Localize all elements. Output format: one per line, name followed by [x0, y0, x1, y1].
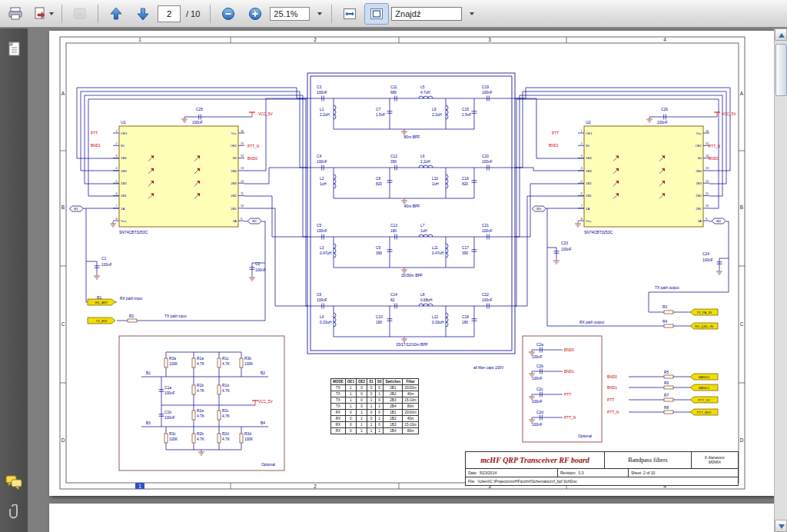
document-area[interactable]: 11223344AABBCCDDU1SN74CBT3253COE11S121B4…: [28, 28, 775, 532]
schematic-text: U1: [121, 120, 126, 125]
schematic-text: BND0: [607, 375, 617, 379]
page-down-button[interactable]: [131, 3, 155, 25]
schematic-text: VCC_5V: [722, 112, 736, 116]
schematic-text: 5: [580, 180, 582, 183]
schematic-text: VCC_5V: [258, 400, 273, 404]
schematic-text: L1: [320, 108, 324, 111]
schematic-shape: [244, 168, 307, 184]
schematic-text: BAND1: [699, 386, 710, 390]
schematic-text: PTT_N: [709, 145, 721, 148]
schematic-text: 6: [580, 192, 582, 195]
zoom-in-button[interactable]: [243, 3, 267, 25]
zoom-level-caret-button[interactable]: [312, 3, 326, 25]
schematic-text: 0.68uH: [420, 298, 433, 302]
schematic-text: 2: [580, 142, 582, 145]
schematic-text: B1: [146, 371, 151, 375]
schematic-text: 1B2: [121, 181, 127, 185]
schematic-shape: [310, 76, 512, 351]
scrollbar-thumb[interactable]: [775, 44, 787, 96]
schematic-shape: [515, 168, 584, 171]
page-number-input[interactable]: [158, 5, 181, 22]
search-options-button[interactable]: [464, 3, 478, 25]
schematic-text: C: [61, 321, 65, 327]
schematic-text: L5: [420, 85, 425, 89]
schematic-text: Optional: [578, 434, 592, 438]
scroll-down-button[interactable]: [775, 520, 787, 532]
schematic-text: B1: [74, 207, 78, 211]
schematic-text: OE2: [695, 144, 702, 148]
schematic-text: R5: [664, 371, 669, 374]
schematic-text: B4: [716, 219, 721, 223]
schematic-text: BAND0: [699, 375, 710, 379]
page-up-button[interactable]: [104, 3, 128, 25]
mode-table-cell: 1B2: [384, 416, 403, 422]
schematic-shape: [334, 313, 336, 327]
schematic-text: 4: [580, 167, 582, 170]
schematic-text: 1A: [121, 207, 125, 211]
schematic-text: 100K: [169, 362, 178, 366]
mode-table-row: TX10112B480m: [331, 404, 419, 410]
schematic-text: C19: [482, 85, 489, 89]
schematic-text: 820: [462, 182, 468, 186]
schematic-text: 7: [115, 204, 117, 208]
schematic-text: all filter caps 100V: [473, 366, 504, 370]
schematic-text: U2: [586, 120, 591, 125]
zoom-out-button[interactable]: [216, 3, 241, 25]
schematic-text: C1: [101, 257, 106, 261]
schematic-shape: [664, 386, 673, 389]
schematic-text: 1B3: [586, 169, 592, 173]
mode-table-cell: 80m: [403, 428, 419, 434]
schematic-text: 100nF: [317, 91, 327, 95]
mode-table-cell: 1B3: [384, 422, 403, 428]
vertical-scrollbar[interactable]: [774, 28, 787, 532]
fit-page-button[interactable]: [364, 3, 389, 25]
schematic-text: C9: [376, 246, 380, 250]
schematic-text: 2B1: [231, 207, 237, 211]
search-options-caret-icon: [470, 12, 474, 15]
mode-table-cell: TX: [331, 391, 346, 397]
mode-table-header: S0: [375, 379, 384, 385]
export-button[interactable]: [30, 3, 56, 25]
schematic-text: 100nF: [482, 229, 493, 233]
mode-table-cell: 0: [345, 422, 356, 428]
previous-view-button: [68, 3, 92, 25]
attachments-panel-button[interactable]: [4, 503, 24, 523]
mode-table-header: OE2: [356, 379, 367, 385]
schematic-text: 11: [241, 192, 244, 195]
schematic-text: 7: [580, 204, 582, 208]
scroll-up-button[interactable]: [775, 28, 787, 41]
schematic-text: R1c: [222, 357, 229, 361]
schematic-text: PTT: [607, 398, 614, 402]
schematic-text: 4.7K: [222, 362, 231, 366]
print-button[interactable]: [3, 3, 28, 25]
schematic-shape: [446, 105, 448, 119]
schematic-text: C2a: [536, 343, 543, 347]
mode-table-row: TX10002B120/30m: [331, 385, 419, 391]
page-thumbnails-button[interactable]: [4, 39, 24, 59]
toolbar: / 10 25.1%: [0, 0, 787, 28]
sheet-label: Sheet: [631, 470, 641, 475]
schematic-text: 180: [376, 321, 382, 324]
schematic-text: 10: [706, 204, 709, 208]
mode-table-cell: 1: [375, 391, 384, 397]
schematic-text: C24: [702, 252, 709, 256]
schematic-text: 2: [314, 484, 317, 489]
schematic-shape: [307, 73, 515, 354]
schematic-text: R2d: [222, 432, 229, 436]
mode-table-cell: 2B3: [384, 397, 403, 404]
schematic-text: 14: [241, 155, 244, 158]
schematic-text: 2B1: [696, 207, 702, 211]
mode-table-cell: 0: [356, 397, 367, 404]
mode-table-row: RX01001B120/30m: [331, 410, 419, 416]
schematic-text: B: [740, 204, 743, 210]
mode-table-cell: 0: [367, 410, 376, 416]
comments-panel-button[interactable]: [4, 472, 24, 492]
fit-width-button[interactable]: [337, 3, 362, 25]
search-input[interactable]: [391, 7, 462, 21]
schematic-text: Vcc: [696, 131, 702, 135]
schematic-text: TX_MIX: [95, 319, 107, 323]
zoom-level-select[interactable]: 25.1%: [270, 7, 310, 21]
schematic-text: 390: [376, 251, 382, 255]
scroll-up-icon: [779, 33, 785, 38]
schematic-text: 100K: [169, 437, 178, 441]
